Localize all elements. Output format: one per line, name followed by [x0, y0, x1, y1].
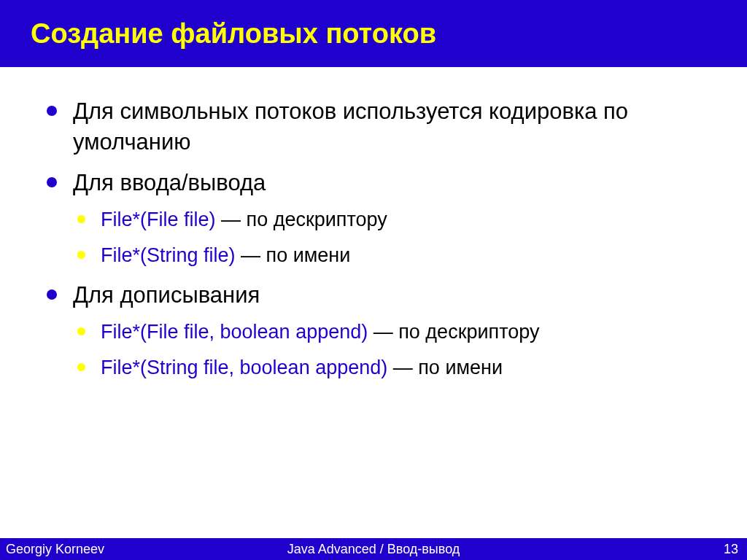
footer-author: Georgiy Korneev — [6, 542, 104, 557]
bullet-item: Для ввода/вывода File*(File file) — по д… — [44, 168, 703, 270]
bullet-rest: — по дескриптору — [368, 321, 539, 343]
footer-course: Java Advanced / Ввод-вывод — [0, 542, 747, 557]
bullet-text: Для ввода/вывода — [73, 170, 266, 195]
sub-bullet-item: File*(File file, boolean append) — по де… — [73, 318, 703, 346]
bullet-text: Для дописывания — [73, 282, 260, 308]
footer-page: 13 — [724, 542, 738, 557]
bullet-item: Для дописывания File*(File file, boolean… — [44, 280, 703, 382]
bullet-rest: — по имени — [387, 357, 503, 378]
slide-content: Для символьных потоков используется коди… — [0, 67, 747, 382]
sub-bullet-list: File*(File file) — по дескриптору File*(… — [73, 206, 703, 270]
api-signature: File*(File file) — [101, 209, 216, 230]
sub-bullet-item: File*(File file) — по дескриптору — [73, 206, 703, 234]
api-signature: File*(File file, boolean append) — [101, 321, 368, 343]
bullet-item: Для символьных потоков используется коди… — [44, 96, 703, 158]
bullet-rest: — по имени — [236, 244, 351, 266]
bullet-rest: — по дескриптору — [216, 209, 387, 230]
title-bar: Создание файловых потоков — [0, 0, 747, 67]
bullet-list: Для символьных потоков используется коди… — [44, 96, 703, 382]
sub-bullet-item: File*(String file) — по имени — [73, 241, 703, 270]
sub-bullet-item: File*(String file, boolean append) — по … — [73, 354, 703, 382]
footer: Georgiy Korneev Java Advanced / Ввод-выв… — [0, 538, 747, 560]
slide: Создание файловых потоков Для символьных… — [0, 0, 747, 560]
api-signature: File*(String file) — [101, 244, 236, 266]
bullet-text: Для символьных потоков используется коди… — [73, 98, 628, 155]
sub-bullet-list: File*(File file, boolean append) — по де… — [73, 318, 703, 382]
slide-title: Создание файловых потоков — [31, 18, 436, 50]
api-signature: File*(String file, boolean append) — [101, 357, 387, 378]
